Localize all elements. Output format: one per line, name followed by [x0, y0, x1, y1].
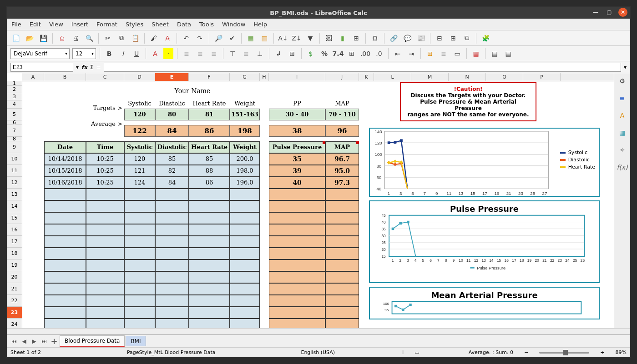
cell-B22[interactable]: [44, 295, 86, 307]
align-left-icon[interactable]: ≡: [181, 48, 192, 59]
chart-pulse-pressure[interactable]: Pulse Pressure 45403530252015 1234567891…: [369, 200, 600, 283]
cell-D13[interactable]: [124, 189, 155, 200]
cell-B11[interactable]: 10/15/2018: [44, 165, 86, 177]
menu-format[interactable]: Format: [96, 21, 117, 28]
average-map[interactable]: 96: [325, 125, 359, 137]
row-header-16[interactable]: 16: [7, 224, 22, 236]
row-header-2[interactable]: 2: [7, 86, 22, 93]
underline-icon[interactable]: U: [131, 48, 142, 59]
average-weight[interactable]: 198: [230, 125, 260, 137]
cell-J18[interactable]: [325, 248, 359, 259]
target-map[interactable]: 70 - 110: [325, 109, 359, 120]
font-size-combo[interactable]: 12▾: [72, 48, 96, 59]
selection-mode-icon[interactable]: ▭: [415, 349, 419, 355]
row-header-3[interactable]: 3: [7, 93, 22, 100]
add-decimal-icon[interactable]: .00: [360, 48, 371, 59]
cell-J19[interactable]: [325, 259, 359, 271]
align-center-icon[interactable]: ≡: [195, 48, 206, 59]
add-sheet-icon[interactable]: +: [50, 337, 59, 346]
cell-D18[interactable]: [124, 248, 155, 259]
border-style-icon[interactable]: ≡: [438, 48, 449, 59]
target-pp[interactable]: 30 - 40: [269, 109, 325, 120]
menu-insert[interactable]: Insert: [71, 21, 88, 28]
cell-C15[interactable]: [86, 212, 124, 224]
row-header-1[interactable]: 1: [7, 81, 22, 86]
cell-D23[interactable]: [124, 307, 155, 319]
cell-J24[interactable]: [325, 319, 359, 328]
equals-icon[interactable]: =: [96, 64, 101, 70]
cell-D14[interactable]: [124, 200, 155, 212]
cell-C12[interactable]: 10:25: [86, 177, 124, 189]
th-time[interactable]: Time: [86, 141, 124, 153]
zoom-out-icon[interactable]: −: [524, 349, 528, 355]
cell-B18[interactable]: [44, 248, 86, 259]
menu-styles[interactable]: Styles: [126, 21, 143, 28]
col-header-N[interactable]: N: [449, 73, 486, 81]
row-header-11[interactable]: 11: [7, 165, 22, 177]
cell-F16[interactable]: [189, 224, 230, 236]
cell-J20[interactable]: [325, 271, 359, 283]
new-icon[interactable]: 📄: [10, 33, 21, 44]
horizontal-scrollbar[interactable]: [7, 328, 630, 334]
minimize-button[interactable]: —: [591, 8, 600, 17]
cell-F22[interactable]: [189, 295, 230, 307]
cell-I17[interactable]: [269, 236, 325, 248]
cell-D21[interactable]: [124, 283, 155, 295]
align-bottom-icon[interactable]: ⊥: [254, 48, 265, 59]
cell-I15[interactable]: [269, 212, 325, 224]
sidebar-properties-icon[interactable]: ⚙: [617, 76, 627, 86]
cell-J17[interactable]: [325, 236, 359, 248]
menu-edit[interactable]: Edit: [30, 21, 41, 28]
cell-E24[interactable]: [155, 319, 189, 328]
cell-F19[interactable]: [189, 259, 230, 271]
cell-E17[interactable]: [155, 236, 189, 248]
cell-C14[interactable]: [86, 200, 124, 212]
target-diastolic[interactable]: 80: [155, 109, 189, 120]
extension-icon[interactable]: 🧩: [480, 33, 491, 44]
cell-B12[interactable]: 10/16/2018: [44, 177, 86, 189]
cell-I24[interactable]: [269, 319, 325, 328]
row-icon[interactable]: ▦: [245, 33, 256, 44]
cell-C19[interactable]: [86, 259, 124, 271]
menu-window[interactable]: Window: [222, 21, 245, 28]
cell-J21[interactable]: [325, 283, 359, 295]
cell-F20[interactable]: [189, 271, 230, 283]
border-color-icon[interactable]: ▭: [452, 48, 463, 59]
number-icon[interactable]: 7.4: [333, 48, 344, 59]
italic-icon[interactable]: I: [117, 48, 128, 59]
cell-J22[interactable]: [325, 295, 359, 307]
sort-asc-icon[interactable]: A↓: [278, 33, 288, 44]
split-icon[interactable]: ⊞: [448, 33, 459, 44]
row-header-4[interactable]: 4: [7, 100, 22, 109]
align-top-icon[interactable]: ⊤: [227, 48, 238, 59]
special-char-icon[interactable]: Ω: [369, 33, 380, 44]
maximize-button[interactable]: ▢: [605, 8, 614, 17]
close-button[interactable]: ✕: [618, 8, 627, 17]
cell-I19[interactable]: [269, 259, 325, 271]
cell-G19[interactable]: [230, 259, 260, 271]
row-header-6[interactable]: 6: [7, 120, 22, 125]
chart-vitals[interactable]: 140120100806040 13579111315171921232527: [369, 128, 600, 197]
th-heartrate[interactable]: Heart Rate: [189, 141, 230, 153]
tab-last-icon[interactable]: ⏭: [40, 337, 49, 346]
row-header-9[interactable]: 9: [7, 141, 22, 153]
cut-icon[interactable]: ✂: [102, 33, 113, 44]
row-header-20[interactable]: 20: [7, 271, 22, 283]
cell-I18[interactable]: [269, 248, 325, 259]
row-header-17[interactable]: 17: [7, 236, 22, 248]
del-decimal-icon[interactable]: .0: [374, 48, 384, 59]
cell-D22[interactable]: [124, 295, 155, 307]
cell-B16[interactable]: [44, 224, 86, 236]
cell-J15[interactable]: [325, 212, 359, 224]
menu-help[interactable]: Help: [253, 21, 267, 28]
menu-view[interactable]: View: [49, 21, 63, 28]
font-color-icon[interactable]: A: [150, 48, 161, 59]
cell-G16[interactable]: [230, 224, 260, 236]
cell-I13[interactable]: [269, 189, 325, 200]
cell-G20[interactable]: [230, 271, 260, 283]
clear-format-icon[interactable]: A̶: [162, 33, 173, 44]
zoom-in-icon[interactable]: +: [600, 349, 604, 355]
date-icon[interactable]: ⊞: [346, 48, 357, 59]
name-box[interactable]: [10, 63, 73, 72]
row-header-10[interactable]: 10: [7, 153, 22, 165]
